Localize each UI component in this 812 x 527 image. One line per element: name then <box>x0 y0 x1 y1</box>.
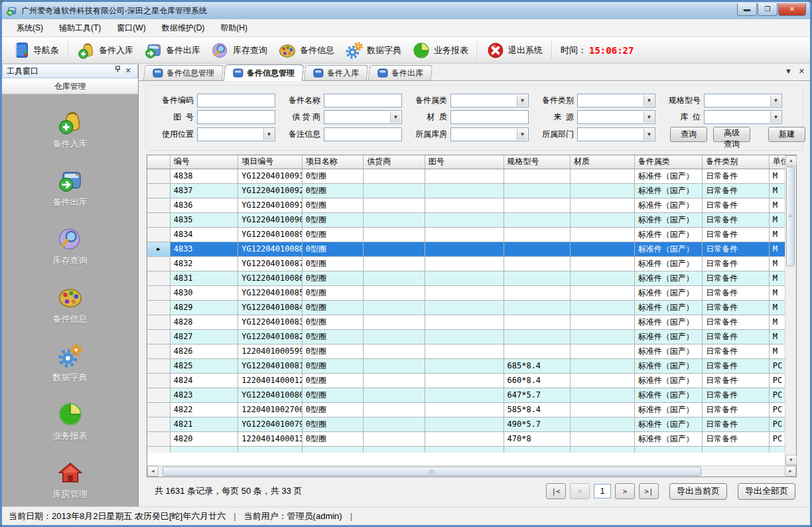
table-cell[interactable]: 标准件（国产） <box>634 358 703 373</box>
table-cell[interactable] <box>571 198 635 212</box>
table-cell[interactable] <box>364 344 425 358</box>
table-cell[interactable] <box>571 329 635 344</box>
horizontal-scroll-thumb[interactable]: ||| <box>163 467 701 476</box>
table-cell[interactable] <box>571 358 635 373</box>
table-cell[interactable] <box>364 358 425 373</box>
table-cell[interactable] <box>425 329 504 344</box>
toolbar-parts-info[interactable]: 备件信息 <box>273 39 340 62</box>
table-cell[interactable]: M <box>769 256 785 271</box>
table-cell[interactable]: 0型圈 <box>302 388 364 402</box>
toolbar-parts-inbound[interactable]: 备件入库 <box>72 39 139 62</box>
row-selector[interactable] <box>147 285 170 300</box>
table-row[interactable]: 482212204010027000型圈585*8.4标准件（国产）日常备件PC <box>147 402 785 417</box>
table-cell[interactable]: 0型圈 <box>302 227 364 242</box>
usage-position-select[interactable]: ▼ <box>197 127 275 141</box>
material-input[interactable] <box>450 110 529 124</box>
table-cell[interactable] <box>364 329 425 344</box>
table-cell[interactable]: PC <box>769 417 785 431</box>
sidebar-item-parts-outbound[interactable]: 备件出库 <box>53 167 88 208</box>
table-cell[interactable]: M <box>769 212 785 227</box>
table-cell[interactable]: M <box>769 198 785 212</box>
table-cell[interactable]: 4820 <box>170 431 238 446</box>
table-cell[interactable] <box>364 300 425 315</box>
row-selector[interactable] <box>147 227 170 242</box>
table-cell[interactable]: 0型圈 <box>302 315 364 329</box>
table-cell[interactable]: PC <box>769 402 785 417</box>
source-select[interactable]: ▼ <box>577 110 655 124</box>
row-selector[interactable] <box>147 198 170 212</box>
minimize-button[interactable]: ▬ <box>737 3 757 16</box>
sidebar-item-inventory-query[interactable]: 库存查询 <box>53 226 88 267</box>
table-cell[interactable] <box>364 315 425 329</box>
row-selector[interactable] <box>147 388 170 402</box>
new-button[interactable]: 新建 <box>768 127 805 142</box>
table-cell[interactable] <box>364 285 425 300</box>
row-selector[interactable] <box>147 271 170 285</box>
table-cell[interactable]: 4827 <box>170 329 238 344</box>
table-cell[interactable]: 标准件（国产） <box>634 300 703 315</box>
table-cell[interactable]: 0型圈 <box>302 212 364 227</box>
table-cell[interactable]: 4822 <box>170 402 238 417</box>
scroll-left-icon[interactable]: ◄ <box>147 466 159 477</box>
table-cell[interactable] <box>425 402 504 417</box>
advanced-query-button[interactable]: 高级查询 <box>713 127 750 142</box>
tab-close-icon[interactable]: ✕ <box>799 67 805 76</box>
table-cell[interactable] <box>425 198 504 212</box>
sidebar-item-warehouse-manage[interactable]: 库房管理 <box>53 459 88 500</box>
table-cell[interactable] <box>364 256 425 271</box>
sidebar-item-parts-info[interactable]: 备件信息 <box>53 284 88 325</box>
table-cell[interactable]: YG12204010090 <box>238 212 303 227</box>
table-cell[interactable] <box>425 315 504 329</box>
tab-list-dropdown-icon[interactable]: ▼ <box>785 67 792 76</box>
table-cell[interactable]: 0型圈 <box>302 285 364 300</box>
table-row[interactable]: 4827YG122040100820型圈标准件（国产）日常备件M <box>147 329 785 344</box>
table-cell[interactable]: 标准件（国产） <box>634 212 703 227</box>
table-cell[interactable] <box>571 388 635 402</box>
table-cell[interactable]: 4836 <box>170 198 238 212</box>
table-cell[interactable]: 0型圈 <box>302 271 364 285</box>
table-cell[interactable]: M <box>769 227 785 242</box>
table-cell[interactable] <box>425 431 504 446</box>
table-cell[interactable]: 标准件（国产） <box>634 315 703 329</box>
table-cell[interactable]: 0型圈 <box>302 358 364 373</box>
table-cell[interactable] <box>571 402 635 417</box>
table-cell[interactable]: 标准件（国产） <box>634 169 703 183</box>
table-row[interactable]: ▶4833YG122040100880型圈标准件（国产）日常备件M <box>147 242 785 256</box>
table-cell[interactable]: YG12204010093 <box>238 169 303 183</box>
page-number-input[interactable] <box>594 484 611 498</box>
table-cell[interactable]: 1220401002700 <box>238 402 303 417</box>
table-cell[interactable]: 4831 <box>170 271 238 285</box>
row-selector[interactable] <box>147 373 170 388</box>
sidebar-item-business-report[interactable]: 业务报表 <box>53 401 88 442</box>
horizontal-scrollbar[interactable]: ◄ ||| ► <box>147 465 796 477</box>
table-cell[interactable] <box>364 198 425 212</box>
table-cell[interactable] <box>425 271 504 285</box>
table-cell[interactable]: 标准件（国产） <box>634 271 703 285</box>
spec-model-select[interactable]: ▼ <box>704 94 782 108</box>
table-cell[interactable] <box>571 300 635 315</box>
tab-parts-info-manage-1[interactable]: 备件信息管理 <box>143 65 224 80</box>
sidebar-item-data-dictionary[interactable]: 数据字典 <box>53 342 88 384</box>
table-cell[interactable] <box>364 271 425 285</box>
table-row[interactable]: 4830YG122040100850型圈标准件（国产）日常备件M <box>147 285 785 300</box>
table-cell[interactable] <box>425 169 504 183</box>
table-cell[interactable] <box>425 183 504 198</box>
table-row[interactable]: 482612204010005990型圈标准件（国产）日常备件M <box>147 344 785 358</box>
tab-parts-outbound[interactable]: 备件出库 <box>368 65 433 80</box>
table-cell[interactable]: 4826 <box>170 344 238 358</box>
col-spec-model[interactable]: 规格型号 <box>504 155 571 169</box>
table-cell[interactable] <box>504 198 571 212</box>
table-cell[interactable]: 4828 <box>170 315 238 329</box>
table-cell[interactable]: 日常备件 <box>703 329 770 344</box>
table-cell[interactable]: 日常备件 <box>703 285 770 300</box>
table-cell[interactable]: 4837 <box>170 183 238 198</box>
table-cell[interactable]: 标准件（国产） <box>634 183 703 198</box>
table-cell[interactable]: 日常备件 <box>703 227 770 242</box>
department-select[interactable]: ▼ <box>577 127 655 141</box>
menu-system[interactable]: 系统(S) <box>9 20 51 37</box>
col-drawing-no[interactable]: 图号 <box>425 155 504 169</box>
table-row[interactable]: 4821YG122040100790型圈490*5.7标准件（国产）日常备件PC <box>147 417 785 431</box>
row-selector[interactable] <box>147 315 170 329</box>
table-cell[interactable] <box>364 431 425 446</box>
vertical-scrollbar[interactable]: ▲ ≡ ▼ <box>785 155 796 465</box>
